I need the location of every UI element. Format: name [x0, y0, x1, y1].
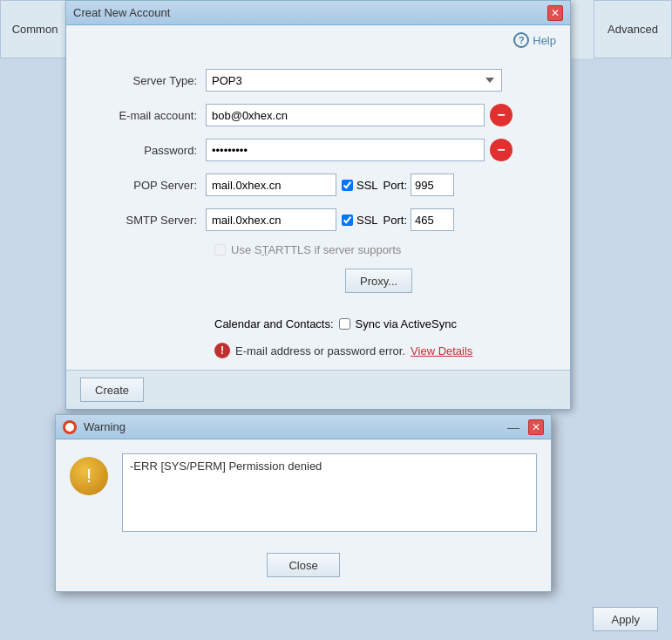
smtp-ssl-label: SSL [356, 214, 378, 227]
smtp-ssl-group: SSL [342, 214, 378, 227]
view-details-link[interactable]: View Details [411, 344, 472, 357]
warning-titlebar: Warning — ✕ [56, 415, 551, 439]
warning-footer: Close [56, 546, 551, 591]
server-type-row: Server Type: POP3 IMAP [84, 69, 553, 92]
pop-server-label: POP Server: [84, 179, 206, 192]
password-label: Password: [84, 144, 206, 157]
pop-port-input[interactable] [411, 174, 454, 196]
pop-ssl-label: SSL [356, 179, 378, 192]
server-type-select[interactable]: POP3 IMAP [206, 69, 502, 92]
calendar-label: Calendar and Contacts: [214, 317, 334, 330]
common-tab[interactable]: Common [0, 0, 70, 58]
email-remove-button[interactable]: − [490, 104, 512, 126]
help-button[interactable]: ? Help [513, 32, 556, 48]
advanced-tab[interactable]: Advanced [594, 0, 672, 58]
error-row: ! E-mail address or password error. View… [214, 343, 553, 358]
error-icon: ! [214, 343, 230, 358]
smtp-port-input[interactable] [411, 208, 454, 231]
error-text: E-mail address or password error. [235, 344, 405, 357]
calendar-sync-checkbox[interactable] [339, 318, 350, 330]
proxy-button[interactable]: Proxy... [345, 269, 412, 293]
starttls-row: Use STARTTLS if server supports [214, 243, 553, 256]
dialog-title: Creat New Account [73, 6, 547, 19]
dialog-close-button[interactable]: ✕ [547, 5, 563, 21]
help-label: Help [533, 34, 556, 47]
common-tab-label: Common [12, 23, 58, 36]
warning-app-icon [63, 420, 77, 434]
pop-server-input[interactable] [206, 174, 336, 196]
warning-message: -ERR [SYS/PERM] Permission denied [122, 453, 537, 532]
close-button[interactable]: Close [267, 553, 339, 577]
warning-bell-icon: ! [70, 457, 108, 495]
password-remove-button[interactable]: − [490, 139, 512, 161]
calendar-row: Calendar and Contacts: Sync via ActiveSy… [214, 317, 553, 330]
email-label: E-mail account: [84, 109, 206, 122]
server-type-label: Server Type: [84, 74, 206, 87]
starttls-checkbox[interactable] [214, 244, 226, 255]
apply-button[interactable]: Apply [593, 607, 658, 631]
password-input[interactable] [206, 139, 485, 161]
starttls-label: Use STARTTLS if server supports [231, 243, 401, 256]
smtp-port-group: Port: [384, 208, 454, 231]
smtp-ssl-checkbox[interactable] [342, 214, 353, 226]
pop-port-label: Port: [384, 179, 407, 192]
create-account-dialog: Creat New Account ✕ ? Help Server Type: … [65, 0, 571, 410]
pop-port-group: Port: [384, 174, 454, 196]
email-input[interactable] [206, 104, 485, 126]
smtp-server-label: SMTP Server: [84, 214, 206, 227]
smtp-server-row: SMTP Server: SSL Port: [84, 208, 553, 231]
create-button[interactable]: Create [80, 378, 144, 402]
warning-title: Warning [84, 420, 499, 433]
sync-label: Sync via ActiveSync [356, 317, 457, 330]
warning-body: ! -ERR [SYS/PERM] Permission denied [56, 439, 551, 546]
email-row: E-mail account: − [84, 104, 553, 126]
pop-server-row: POP Server: SSL Port: [84, 174, 553, 196]
smtp-server-input[interactable] [206, 208, 336, 231]
pop-ssl-group: SSL [342, 179, 378, 192]
warning-close-button[interactable]: ✕ [528, 419, 544, 435]
warning-dialog: Warning — ✕ ! -ERR [SYS/PERM] Permission… [55, 414, 552, 592]
warning-minimize-button[interactable]: — [506, 419, 521, 435]
main-dialog-footer: Create [66, 370, 570, 409]
password-row: Password: − [84, 139, 553, 161]
advanced-tab-label: Advanced [608, 23, 658, 36]
smtp-port-label: Port: [384, 214, 407, 227]
help-icon: ? [513, 32, 529, 48]
dialog-titlebar: Creat New Account ✕ [66, 1, 570, 25]
pop-ssl-checkbox[interactable] [342, 180, 353, 191]
